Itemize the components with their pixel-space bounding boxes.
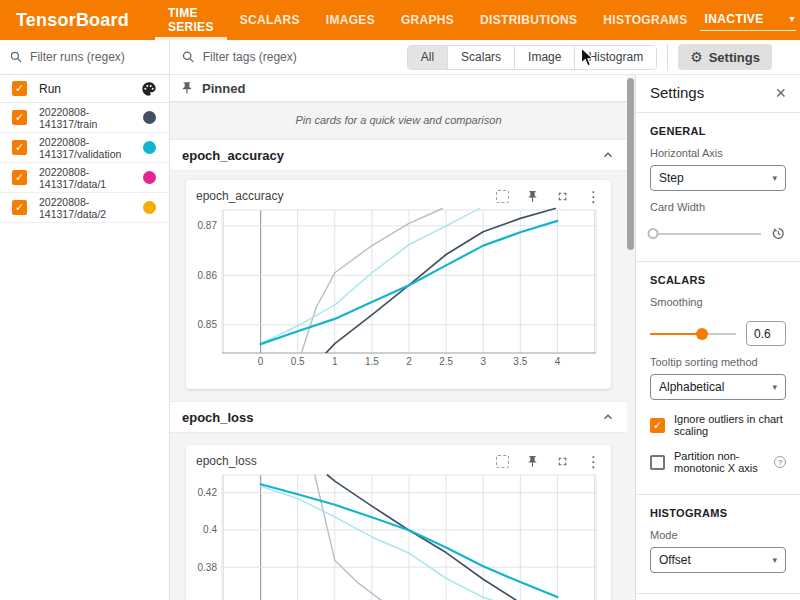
run-color-dot [143, 171, 156, 184]
card-width-label: Card Width [650, 201, 786, 213]
chevron-down-icon: ▾ [772, 173, 777, 183]
horizontal-axis-label: Horizontal Axis [650, 147, 786, 159]
partition-x-axis-label: Partition non-monotonic X axis [674, 450, 765, 474]
svg-text:0.85: 0.85 [198, 319, 218, 330]
svg-text:0: 0 [258, 356, 264, 367]
run-name: 20220808-141317/validation [39, 136, 139, 160]
main-scrollbar-track[interactable] [627, 75, 635, 600]
filter-runs-input[interactable] [30, 50, 159, 64]
filter-scalars-button[interactable]: Scalars [448, 46, 515, 69]
card-title: epoch_accuracy [196, 189, 496, 203]
fullscreen-icon[interactable] [556, 455, 569, 468]
pin-empty-message: Pin cards for a quick view and compariso… [170, 101, 627, 139]
card-width-slider[interactable] [650, 227, 761, 241]
plugin-filter-group: All Scalars Image Histogram [407, 45, 657, 70]
scalar-card-epoch-loss: epoch_loss ⋮ 0.420.40.380.36 [186, 445, 611, 600]
svg-text:0.5: 0.5 [291, 356, 305, 367]
app-header: TensorBoard TIME SERIES SCALARS IMAGES G… [0, 0, 800, 40]
pin-icon [180, 81, 194, 95]
run-row-data-2[interactable]: ✓ 20220808-141317/data/2 [0, 193, 169, 223]
search-icon [182, 50, 195, 64]
runs-column-header: Run [39, 82, 141, 96]
settings-section-scalars: SCALARS Smoothing 0.6 Tooltip sorting me… [636, 261, 800, 488]
section-header-epoch-accuracy[interactable]: epoch_accuracy [170, 139, 627, 171]
settings-panel-title: Settings [650, 84, 704, 101]
svg-text:4: 4 [555, 356, 561, 367]
settings-section-histograms: HISTOGRAMS Mode Offset ▾ [636, 494, 800, 587]
gear-icon: ⚙ [690, 49, 703, 65]
close-icon[interactable]: × [775, 84, 786, 102]
pin-icon[interactable] [526, 190, 539, 203]
run-checkbox[interactable]: ✓ [12, 170, 27, 185]
kebab-menu-icon[interactable]: ⋮ [586, 454, 601, 469]
tooltip-sorting-select[interactable]: Alphabetical ▾ [650, 374, 786, 400]
histogram-mode-label: Mode [650, 529, 786, 541]
smoothing-value-input[interactable]: 0.6 [746, 321, 786, 346]
kebab-menu-icon[interactable]: ⋮ [586, 189, 601, 204]
reset-icon[interactable] [771, 226, 786, 241]
pinned-section-header[interactable]: Pinned [170, 75, 627, 101]
histograms-heading: HISTOGRAMS [650, 507, 786, 519]
fit-to-domain-icon[interactable] [496, 190, 509, 203]
tab-images[interactable]: IMAGES [313, 0, 388, 40]
checkmark-icon: ✓ [15, 112, 24, 123]
main-scrollbar-thumb[interactable] [627, 78, 634, 250]
ignore-outliers-checkbox[interactable]: ✓ [650, 418, 665, 433]
svg-text:2: 2 [406, 356, 412, 367]
run-name: 20220808-141317/data/1 [39, 166, 139, 190]
search-icon [10, 50, 22, 64]
checkmark-icon: ✓ [15, 83, 24, 94]
epoch-loss-chart[interactable]: 0.420.40.380.36 [196, 472, 601, 600]
settings-button[interactable]: ⚙ Settings [678, 44, 772, 70]
svg-text:1: 1 [332, 356, 338, 367]
settings-section-general: GENERAL Horizontal Axis Step ▾ Card Widt… [636, 112, 800, 255]
scalar-card-epoch-accuracy: epoch_accuracy ⋮ 00.511.522.53 [186, 180, 611, 389]
svg-text:2.5: 2.5 [439, 356, 453, 367]
settings-button-label: Settings [709, 50, 760, 65]
smoothing-label: Smoothing [650, 296, 786, 308]
run-checkbox[interactable]: ✓ [12, 200, 27, 215]
horizontal-axis-select[interactable]: Step ▾ [650, 165, 786, 191]
svg-text:0.87: 0.87 [198, 220, 218, 231]
svg-text:0.38: 0.38 [198, 562, 218, 573]
chevron-up-icon[interactable] [601, 148, 615, 162]
mouse-cursor [580, 47, 595, 68]
svg-text:0.4: 0.4 [203, 524, 217, 535]
run-color-dot [143, 141, 156, 154]
run-row-data-1[interactable]: ✓ 20220808-141317/data/1 [0, 163, 169, 193]
run-checkbox[interactable]: ✓ [12, 110, 27, 125]
histogram-mode-select[interactable]: Offset ▾ [650, 547, 786, 573]
tab-time-series[interactable]: TIME SERIES [155, 0, 227, 40]
reload-status-select[interactable]: INACTIVE ▾ [700, 10, 796, 31]
run-row-train[interactable]: ✓ 20220808-141317/train [0, 103, 169, 133]
pin-icon[interactable] [526, 455, 539, 468]
filter-all-button[interactable]: All [408, 46, 448, 69]
checkmark-icon: ✓ [15, 172, 24, 183]
filter-tags-input[interactable] [203, 50, 407, 64]
horizontal-axis-value: Step [659, 171, 684, 185]
svg-text:3.5: 3.5 [513, 356, 527, 367]
tab-histograms[interactable]: HISTOGRAMS [590, 0, 700, 40]
run-row-validation[interactable]: ✓ 20220808-141317/validation [0, 133, 169, 163]
fit-to-domain-icon[interactable] [496, 455, 509, 468]
section-title: epoch_accuracy [182, 148, 284, 163]
toolbar-divider [667, 44, 668, 70]
tab-graphs[interactable]: GRAPHS [388, 0, 467, 40]
palette-icon[interactable] [141, 81, 157, 97]
tags-toolbar: All Scalars Image Histogram ⚙ Settings [170, 40, 800, 75]
section-header-epoch-loss[interactable]: epoch_loss [170, 401, 627, 433]
run-name: 20220808-141317/data/2 [39, 196, 139, 220]
epoch-accuracy-chart[interactable]: 00.511.522.533.540.850.860.87 [196, 207, 601, 383]
filter-image-button[interactable]: Image [515, 46, 575, 69]
fullscreen-icon[interactable] [556, 190, 569, 203]
smoothing-slider[interactable] [650, 327, 736, 341]
tab-distributions[interactable]: DISTRIBUTIONS [467, 0, 590, 40]
chevron-up-icon[interactable] [601, 410, 615, 424]
run-checkbox[interactable]: ✓ [12, 140, 27, 155]
help-icon[interactable]: ? [774, 456, 786, 468]
general-heading: GENERAL [650, 125, 786, 137]
tab-scalars[interactable]: SCALARS [227, 0, 313, 40]
select-all-runs-checkbox[interactable]: ✓ [12, 81, 27, 96]
partition-x-axis-checkbox[interactable]: ✓ [650, 455, 665, 470]
checkmark-icon: ✓ [15, 202, 24, 213]
